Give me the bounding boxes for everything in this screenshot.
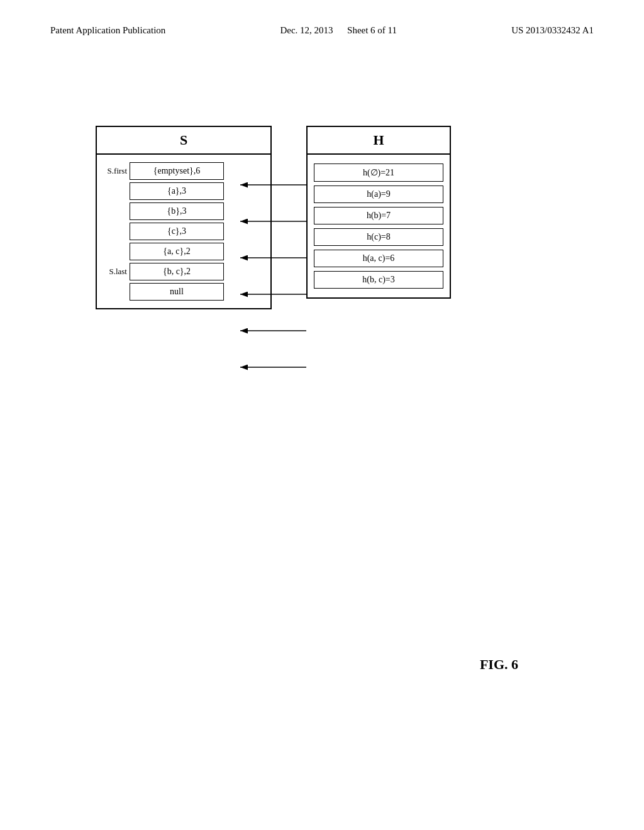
h-table-wrapper: H h(∅)=21 h(a)=9 h(b)=7 h(c)=8 h(a, c)=6…	[306, 126, 451, 299]
s-cell-1: {a},3	[130, 182, 224, 200]
s-cell-3: {c},3	[130, 223, 224, 240]
s-row-0: S.first {emptyset},6	[97, 162, 270, 180]
h-table: H h(∅)=21 h(a)=9 h(b)=7 h(c)=8 h(a, c)=6…	[306, 126, 451, 299]
s-cell-2: {b},3	[130, 202, 224, 220]
header-date-sheet: Dec. 12, 2013 Sheet 6 of 11	[280, 25, 397, 36]
header-publication-label: Patent Application Publication	[50, 25, 165, 36]
figure-label: FIG. 6	[480, 656, 518, 673]
s-label-5: S.last	[97, 267, 130, 277]
s-row-4: {a, c},2	[97, 243, 270, 260]
s-row-1: {a},3	[97, 182, 270, 200]
h-cell-5: h(b, c)=3	[314, 271, 443, 289]
diagram-container: S S.first {emptyset},6 {a},3 {b},3	[96, 126, 548, 309]
s-table-wrapper: S S.first {emptyset},6 {a},3 {b},3	[96, 126, 272, 309]
s-table-title: S	[97, 127, 270, 155]
h-cell-4: h(a, c)=6	[314, 250, 443, 267]
s-row-6: null	[97, 283, 270, 301]
tables-row: S S.first {emptyset},6 {a},3 {b},3	[96, 126, 548, 309]
h-cell-3: h(c)=8	[314, 228, 443, 246]
s-cell-4: {a, c},2	[130, 243, 224, 260]
header-sheet: Sheet 6 of 11	[347, 25, 397, 35]
header-patent-number: US 2013/0332432 A1	[511, 25, 594, 36]
header-date: Dec. 12, 2013	[280, 25, 333, 35]
h-cell-2: h(b)=7	[314, 207, 443, 224]
s-cell-0: {emptyset},6	[130, 162, 224, 180]
s-cell-null: null	[130, 283, 224, 301]
page-header: Patent Application Publication Dec. 12, …	[0, 25, 644, 36]
s-label-0: S.first	[97, 166, 130, 176]
s-row-3: {c},3	[97, 223, 270, 240]
s-table-rows: S.first {emptyset},6 {a},3 {b},3 {c},3	[97, 155, 270, 308]
s-row-5: S.last {b, c},2	[97, 263, 270, 280]
h-cell-1: h(a)=9	[314, 185, 443, 203]
h-cell-0: h(∅)=21	[314, 163, 443, 182]
s-row-2: {b},3	[97, 202, 270, 220]
s-cell-5: {b, c},2	[130, 263, 224, 280]
h-table-title: H	[308, 127, 450, 155]
s-table: S S.first {emptyset},6 {a},3 {b},3	[96, 126, 272, 309]
h-table-rows: h(∅)=21 h(a)=9 h(b)=7 h(c)=8 h(a, c)=6 h…	[308, 155, 450, 297]
